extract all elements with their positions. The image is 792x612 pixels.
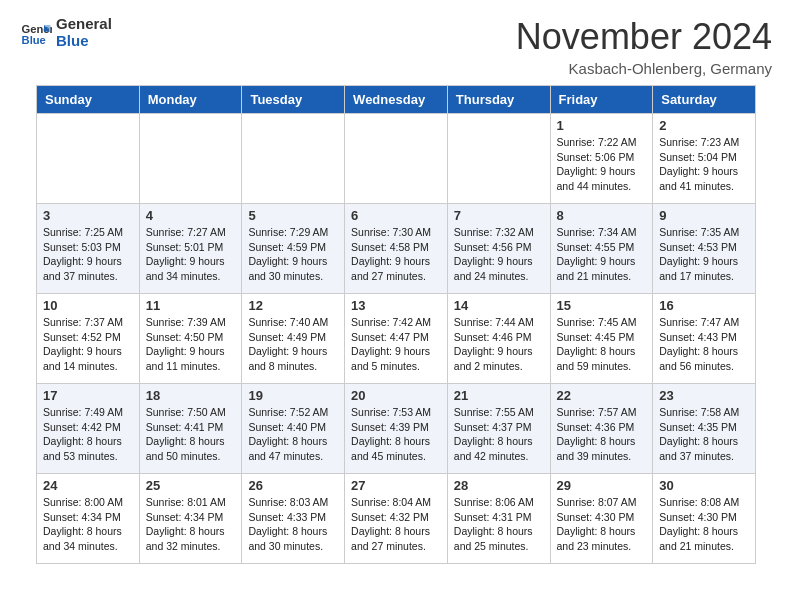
day-info: Sunrise: 8:04 AM Sunset: 4:32 PM Dayligh… xyxy=(351,495,441,554)
col-header-friday: Friday xyxy=(550,86,653,114)
title-block: November 2024 Kasbach-Ohlenberg, Germany xyxy=(516,16,772,77)
day-info: Sunrise: 7:47 AM Sunset: 4:43 PM Dayligh… xyxy=(659,315,749,374)
calendar-cell: 24Sunrise: 8:00 AM Sunset: 4:34 PM Dayli… xyxy=(37,474,140,564)
calendar-cell: 9Sunrise: 7:35 AM Sunset: 4:53 PM Daylig… xyxy=(653,204,756,294)
calendar-cell: 12Sunrise: 7:40 AM Sunset: 4:49 PM Dayli… xyxy=(242,294,345,384)
calendar-cell: 5Sunrise: 7:29 AM Sunset: 4:59 PM Daylig… xyxy=(242,204,345,294)
day-info: Sunrise: 8:03 AM Sunset: 4:33 PM Dayligh… xyxy=(248,495,338,554)
day-info: Sunrise: 7:44 AM Sunset: 4:46 PM Dayligh… xyxy=(454,315,544,374)
calendar-cell xyxy=(345,114,448,204)
day-number: 6 xyxy=(351,208,441,223)
col-header-saturday: Saturday xyxy=(653,86,756,114)
calendar-cell: 10Sunrise: 7:37 AM Sunset: 4:52 PM Dayli… xyxy=(37,294,140,384)
day-number: 10 xyxy=(43,298,133,313)
calendar-cell xyxy=(242,114,345,204)
calendar-cell: 7Sunrise: 7:32 AM Sunset: 4:56 PM Daylig… xyxy=(447,204,550,294)
calendar-week-row: 24Sunrise: 8:00 AM Sunset: 4:34 PM Dayli… xyxy=(37,474,756,564)
day-info: Sunrise: 7:42 AM Sunset: 4:47 PM Dayligh… xyxy=(351,315,441,374)
day-info: Sunrise: 7:29 AM Sunset: 4:59 PM Dayligh… xyxy=(248,225,338,284)
day-info: Sunrise: 7:45 AM Sunset: 4:45 PM Dayligh… xyxy=(557,315,647,374)
day-number: 14 xyxy=(454,298,544,313)
day-info: Sunrise: 7:58 AM Sunset: 4:35 PM Dayligh… xyxy=(659,405,749,464)
day-info: Sunrise: 8:06 AM Sunset: 4:31 PM Dayligh… xyxy=(454,495,544,554)
day-info: Sunrise: 8:00 AM Sunset: 4:34 PM Dayligh… xyxy=(43,495,133,554)
day-number: 4 xyxy=(146,208,236,223)
calendar-cell: 21Sunrise: 7:55 AM Sunset: 4:37 PM Dayli… xyxy=(447,384,550,474)
day-info: Sunrise: 7:37 AM Sunset: 4:52 PM Dayligh… xyxy=(43,315,133,374)
calendar-cell: 6Sunrise: 7:30 AM Sunset: 4:58 PM Daylig… xyxy=(345,204,448,294)
calendar-cell: 14Sunrise: 7:44 AM Sunset: 4:46 PM Dayli… xyxy=(447,294,550,384)
day-number: 25 xyxy=(146,478,236,493)
calendar-wrap: SundayMondayTuesdayWednesdayThursdayFrid… xyxy=(0,85,792,580)
day-number: 24 xyxy=(43,478,133,493)
calendar-cell: 26Sunrise: 8:03 AM Sunset: 4:33 PM Dayli… xyxy=(242,474,345,564)
day-number: 19 xyxy=(248,388,338,403)
day-number: 13 xyxy=(351,298,441,313)
calendar-cell: 29Sunrise: 8:07 AM Sunset: 4:30 PM Dayli… xyxy=(550,474,653,564)
day-info: Sunrise: 7:22 AM Sunset: 5:06 PM Dayligh… xyxy=(557,135,647,194)
calendar-cell: 15Sunrise: 7:45 AM Sunset: 4:45 PM Dayli… xyxy=(550,294,653,384)
day-info: Sunrise: 7:40 AM Sunset: 4:49 PM Dayligh… xyxy=(248,315,338,374)
day-number: 23 xyxy=(659,388,749,403)
day-info: Sunrise: 7:27 AM Sunset: 5:01 PM Dayligh… xyxy=(146,225,236,284)
month-title: November 2024 xyxy=(516,16,772,58)
day-number: 12 xyxy=(248,298,338,313)
day-number: 21 xyxy=(454,388,544,403)
calendar-cell xyxy=(37,114,140,204)
calendar-cell: 2Sunrise: 7:23 AM Sunset: 5:04 PM Daylig… xyxy=(653,114,756,204)
day-info: Sunrise: 8:01 AM Sunset: 4:34 PM Dayligh… xyxy=(146,495,236,554)
day-number: 27 xyxy=(351,478,441,493)
col-header-thursday: Thursday xyxy=(447,86,550,114)
calendar-cell: 13Sunrise: 7:42 AM Sunset: 4:47 PM Dayli… xyxy=(345,294,448,384)
calendar-cell: 17Sunrise: 7:49 AM Sunset: 4:42 PM Dayli… xyxy=(37,384,140,474)
day-number: 28 xyxy=(454,478,544,493)
day-number: 5 xyxy=(248,208,338,223)
calendar-cell xyxy=(447,114,550,204)
calendar-cell: 4Sunrise: 7:27 AM Sunset: 5:01 PM Daylig… xyxy=(139,204,242,294)
day-number: 20 xyxy=(351,388,441,403)
day-number: 30 xyxy=(659,478,749,493)
col-header-sunday: Sunday xyxy=(37,86,140,114)
day-number: 3 xyxy=(43,208,133,223)
day-number: 2 xyxy=(659,118,749,133)
calendar-cell xyxy=(139,114,242,204)
calendar-cell: 23Sunrise: 7:58 AM Sunset: 4:35 PM Dayli… xyxy=(653,384,756,474)
day-info: Sunrise: 7:32 AM Sunset: 4:56 PM Dayligh… xyxy=(454,225,544,284)
day-info: Sunrise: 7:34 AM Sunset: 4:55 PM Dayligh… xyxy=(557,225,647,284)
day-info: Sunrise: 8:08 AM Sunset: 4:30 PM Dayligh… xyxy=(659,495,749,554)
day-info: Sunrise: 7:39 AM Sunset: 4:50 PM Dayligh… xyxy=(146,315,236,374)
calendar-cell: 18Sunrise: 7:50 AM Sunset: 4:41 PM Dayli… xyxy=(139,384,242,474)
calendar-cell: 30Sunrise: 8:08 AM Sunset: 4:30 PM Dayli… xyxy=(653,474,756,564)
calendar-cell: 19Sunrise: 7:52 AM Sunset: 4:40 PM Dayli… xyxy=(242,384,345,474)
location: Kasbach-Ohlenberg, Germany xyxy=(516,60,772,77)
calendar-cell: 16Sunrise: 7:47 AM Sunset: 4:43 PM Dayli… xyxy=(653,294,756,384)
day-number: 15 xyxy=(557,298,647,313)
calendar-week-row: 3Sunrise: 7:25 AM Sunset: 5:03 PM Daylig… xyxy=(37,204,756,294)
day-number: 18 xyxy=(146,388,236,403)
logo-icon: General Blue xyxy=(20,17,52,49)
calendar-cell: 27Sunrise: 8:04 AM Sunset: 4:32 PM Dayli… xyxy=(345,474,448,564)
day-number: 8 xyxy=(557,208,647,223)
logo: General Blue General Blue xyxy=(20,16,112,49)
day-info: Sunrise: 7:53 AM Sunset: 4:39 PM Dayligh… xyxy=(351,405,441,464)
day-info: Sunrise: 7:57 AM Sunset: 4:36 PM Dayligh… xyxy=(557,405,647,464)
day-info: Sunrise: 7:35 AM Sunset: 4:53 PM Dayligh… xyxy=(659,225,749,284)
day-number: 26 xyxy=(248,478,338,493)
day-info: Sunrise: 7:50 AM Sunset: 4:41 PM Dayligh… xyxy=(146,405,236,464)
calendar-cell: 25Sunrise: 8:01 AM Sunset: 4:34 PM Dayli… xyxy=(139,474,242,564)
calendar-header-row: SundayMondayTuesdayWednesdayThursdayFrid… xyxy=(37,86,756,114)
day-info: Sunrise: 7:25 AM Sunset: 5:03 PM Dayligh… xyxy=(43,225,133,284)
calendar-week-row: 1Sunrise: 7:22 AM Sunset: 5:06 PM Daylig… xyxy=(37,114,756,204)
calendar-cell: 1Sunrise: 7:22 AM Sunset: 5:06 PM Daylig… xyxy=(550,114,653,204)
day-number: 16 xyxy=(659,298,749,313)
calendar-cell: 11Sunrise: 7:39 AM Sunset: 4:50 PM Dayli… xyxy=(139,294,242,384)
day-number: 7 xyxy=(454,208,544,223)
calendar-week-row: 17Sunrise: 7:49 AM Sunset: 4:42 PM Dayli… xyxy=(37,384,756,474)
day-number: 11 xyxy=(146,298,236,313)
calendar-week-row: 10Sunrise: 7:37 AM Sunset: 4:52 PM Dayli… xyxy=(37,294,756,384)
day-info: Sunrise: 7:55 AM Sunset: 4:37 PM Dayligh… xyxy=(454,405,544,464)
calendar-cell: 22Sunrise: 7:57 AM Sunset: 4:36 PM Dayli… xyxy=(550,384,653,474)
col-header-wednesday: Wednesday xyxy=(345,86,448,114)
col-header-monday: Monday xyxy=(139,86,242,114)
day-info: Sunrise: 7:30 AM Sunset: 4:58 PM Dayligh… xyxy=(351,225,441,284)
